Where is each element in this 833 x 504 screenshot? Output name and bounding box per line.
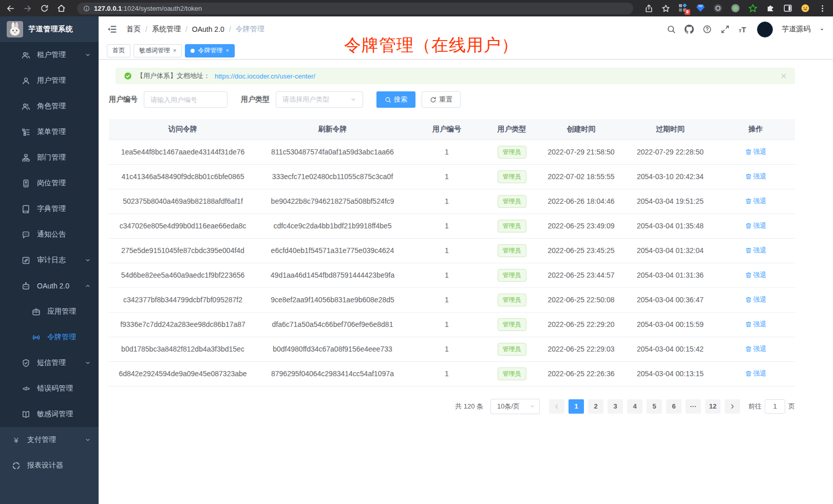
page-button-2[interactable]: 2 — [588, 399, 603, 414]
page-button-6[interactable]: 6 — [666, 399, 681, 414]
trash-icon — [745, 173, 752, 180]
page-size-select[interactable]: 10条/页 — [490, 399, 540, 414]
sidebar-item-敏感词管理[interactable]: 敏感词管理 — [0, 401, 99, 427]
extension-blocks-icon[interactable]: 9 — [678, 4, 688, 13]
sidebar-item-菜单管理[interactable]: 菜单管理 — [0, 119, 99, 145]
page-ellipsis[interactable]: ··· — [686, 399, 701, 414]
sidebar-item-字典管理[interactable]: 字典管理 — [0, 196, 99, 222]
force-logout-button[interactable]: 强退 — [745, 147, 767, 157]
browser-menu-icon[interactable] — [818, 4, 827, 13]
user-avatar[interactable] — [757, 22, 773, 37]
force-logout-button[interactable]: 强退 — [745, 270, 767, 280]
force-logout-button[interactable]: 强退 — [745, 369, 767, 378]
force-logout-button[interactable]: 强退 — [745, 295, 767, 304]
reset-button[interactable]: 重置 — [422, 91, 461, 108]
force-logout-button[interactable]: 强退 — [745, 197, 767, 206]
search-icon[interactable] — [667, 25, 676, 34]
refresh-token-cell: b0df4980ffd34c67a08f9156e4eee733 — [257, 337, 408, 361]
user-id-input[interactable] — [144, 91, 228, 108]
sidebar-menu: 租户管理用户管理角色管理菜单管理部门管理岗位管理字典管理通知公告审计日志OAut… — [0, 42, 99, 504]
site-info-icon[interactable] — [83, 5, 90, 12]
sidebar-toggle-icon[interactable] — [107, 24, 117, 34]
user-type-cell: 管理员 — [485, 189, 538, 214]
alert-doc-link[interactable]: https://doc.iocoder.cn/user-center/ — [215, 72, 315, 80]
search-button[interactable]: 搜索 — [376, 91, 415, 108]
page-button-3[interactable]: 3 — [608, 399, 623, 414]
sidebar-item-岗位管理[interactable]: 岗位管理 — [0, 170, 99, 196]
force-logout-button[interactable]: 强退 — [745, 320, 767, 329]
force-logout-button[interactable]: 强退 — [745, 344, 767, 354]
prev-page-button[interactable] — [549, 399, 564, 414]
extension-green-star-icon[interactable] — [748, 4, 758, 13]
browser-forward-button[interactable] — [23, 4, 32, 13]
report-icon — [12, 461, 21, 470]
table-row: b0d1785bc3a8482f812db4a3f3bd15ecb0df4980… — [109, 337, 795, 361]
sidebar-item-部门管理[interactable]: 部门管理 — [0, 145, 99, 170]
force-logout-button[interactable]: 强退 — [745, 172, 767, 181]
page-button-5[interactable]: 5 — [647, 399, 662, 414]
trash-icon — [745, 345, 752, 352]
goto-page-input[interactable] — [765, 399, 785, 414]
font-size-icon[interactable]: тT — [739, 25, 746, 34]
app-logo[interactable]: 芋道管理系统 — [0, 16, 99, 42]
sidebar-item-label: 岗位管理 — [37, 179, 66, 188]
sidebar-item-label: 租户管理 — [37, 50, 66, 60]
sidebar-item-令牌管理[interactable]: 令牌管理 — [0, 324, 99, 350]
extension-gem-icon[interactable] — [696, 4, 705, 13]
breadcrumb-item[interactable]: 系统管理 — [152, 25, 181, 34]
extension-puzzle-icon[interactable] — [766, 4, 775, 13]
fullscreen-icon[interactable] — [721, 25, 730, 34]
page-button-4[interactable]: 4 — [627, 399, 642, 414]
browser-reload-button[interactable] — [40, 4, 49, 13]
profile-emoji-avatar[interactable] — [801, 4, 810, 13]
table-row: 41c41346a548490f9dc8b01c6bfe0865333ecfc7… — [109, 164, 795, 189]
sidebar-item-报表设计器[interactable]: 报表设计器 — [0, 453, 99, 478]
tab-close-icon[interactable]: × — [173, 48, 176, 53]
user-type-badge: 管理员 — [498, 367, 526, 380]
help-icon[interactable] — [703, 25, 712, 34]
page-button-12[interactable]: 12 — [705, 399, 721, 414]
tab-首页[interactable]: 首页 — [107, 44, 130, 57]
user-type-cell: 管理员 — [485, 263, 538, 287]
user-menu-caret-icon[interactable] — [819, 27, 825, 32]
sidebar-item-租户管理[interactable]: 租户管理 — [0, 42, 99, 68]
share-icon[interactable] — [645, 4, 653, 13]
breadcrumb-item[interactable]: OAuth 2.0 — [192, 25, 224, 33]
sidebar-item-支付管理[interactable]: ¥支付管理 — [0, 427, 99, 453]
side-panel-icon[interactable] — [783, 4, 792, 13]
robot-icon — [22, 282, 30, 290]
github-icon[interactable] — [685, 25, 694, 34]
sidebar-item-应用管理[interactable]: 应用管理 — [0, 299, 99, 324]
table-row: c342377bf8b344799dcbf7bf095287f29ce8ef2a… — [109, 287, 795, 312]
extension-dark-circle-icon[interactable] — [713, 4, 723, 13]
page-button-1[interactable]: 1 — [569, 399, 584, 414]
user-id-cell: 1 — [408, 238, 485, 263]
sidebar-item-通知公告[interactable]: 通知公告 — [0, 222, 99, 247]
sidebar-item-角色管理[interactable]: 角色管理 — [0, 93, 99, 119]
code-icon: </> — [22, 384, 30, 393]
bookmark-star-icon[interactable] — [661, 4, 670, 13]
alert-close-icon[interactable] — [781, 73, 787, 79]
force-logout-button[interactable]: 强退 — [745, 221, 767, 230]
tab-label: 敏感词管理 — [139, 46, 170, 55]
browser-home-button[interactable] — [57, 4, 66, 13]
access-token-cell: 502375b8040a469a9b82188afdf6af1f — [109, 189, 257, 214]
address-bar[interactable]: 127.0.0.1:1024/system/oauth2/token — [77, 3, 633, 14]
tab-close-icon[interactable]: × — [225, 48, 229, 53]
tab-令牌管理[interactable]: 令牌管理× — [185, 44, 234, 57]
user-type-select[interactable]: 请选择用户类型 — [276, 91, 363, 108]
refresh-token-cell: 811c530487574fa0af1a59d3abc1aa66 — [257, 140, 408, 164]
sidebar-item-OAuth 2.0[interactable]: OAuth 2.0 — [0, 273, 99, 299]
sidebar-item-审计日志[interactable]: 审计日志 — [0, 247, 99, 273]
force-logout-button[interactable]: 强退 — [745, 246, 767, 255]
created-time-cell: 2022-06-25 23:44:57 — [538, 263, 624, 287]
breadcrumb-item[interactable]: 首页 — [126, 25, 141, 34]
browser-back-button[interactable] — [6, 4, 15, 13]
extension-green-dot-icon[interactable] — [731, 4, 740, 13]
column-header-访问令牌: 访问令牌 — [109, 119, 257, 140]
next-page-button[interactable] — [725, 399, 740, 414]
sidebar-item-错误码管理[interactable]: </>错误码管理 — [0, 376, 99, 401]
tab-敏感词管理[interactable]: 敏感词管理× — [134, 44, 182, 57]
sidebar-item-用户管理[interactable]: 用户管理 — [0, 68, 99, 93]
sidebar-item-短信管理[interactable]: 短信管理 — [0, 350, 99, 376]
